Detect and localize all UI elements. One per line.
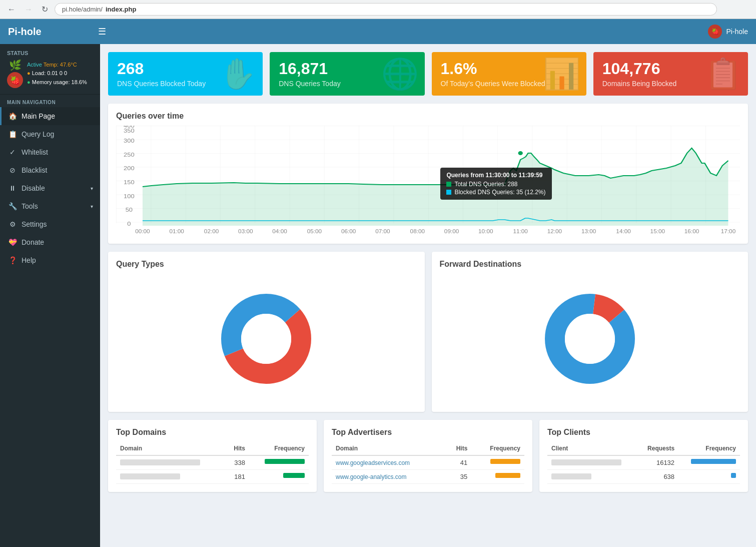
svg-text:09:00: 09:00: [444, 229, 459, 234]
status-info: 🌿 🍓 Active Temp: 47.6°C ● Load: 0.01 0 0…: [7, 59, 93, 88]
sidebar-item-blacklist[interactable]: ⊘ Blacklist: [0, 161, 100, 179]
sidebar-item-query-log[interactable]: 📋 Query Log: [0, 125, 100, 143]
stat-card-content-queries: 16,871 DNS Queries Today: [279, 60, 340, 88]
sidebar-item-label: Tools: [22, 202, 38, 210]
main-content: 268 DNS Queries Blocked Today ✋ 16,871 D…: [100, 44, 756, 547]
table-row: 16132: [547, 455, 740, 470]
sidebar-item-label: Disable: [22, 184, 45, 192]
donate-icon: 💝: [9, 238, 17, 246]
svg-text:300: 300: [124, 138, 135, 144]
svg-text:14:00: 14:00: [616, 229, 630, 234]
tools-icon: 🔧: [9, 202, 17, 210]
forward-button[interactable]: →: [22, 4, 35, 15]
hits-cell: 181: [225, 470, 249, 484]
tables-row: Top Domains Domain Hits Frequency: [108, 420, 748, 492]
check-icon: ✓: [9, 148, 17, 156]
tooltip-blocked: Blocked DNS Queries: 35 (12.2%): [446, 189, 545, 196]
client-freq-cell: [678, 455, 740, 470]
svg-point-32: [241, 314, 291, 364]
svg-text:04:00: 04:00: [272, 229, 287, 234]
domains-label: Domains Being Blocked: [602, 80, 677, 88]
adv-domain-link[interactable]: www.google-analytics.com: [336, 473, 406, 480]
svg-text:100: 100: [124, 193, 135, 200]
adv-freq-cell: [471, 455, 524, 470]
queries-over-time-section: Queries over time Queries from 11:30:00 …: [108, 104, 748, 244]
svg-text:02:00: 02:00: [204, 229, 219, 234]
stat-card-percent: 1.6% Of Today's Queries Were Blocked 📊: [432, 52, 586, 96]
svg-text:50: 50: [126, 207, 133, 213]
sidebar-status: Status 🌿 🍓 Active Temp: 47.6°C ● Load: 0…: [0, 44, 100, 95]
help-icon: ❓: [9, 256, 17, 264]
chevron-down-icon-tools: ▾: [91, 204, 93, 209]
tooltip-blocked-text: Blocked DNS Queries: 35 (12.2%): [454, 189, 545, 196]
client-col-header: Client: [547, 442, 638, 455]
blocked-label: DNS Queries Blocked Today: [117, 80, 206, 88]
back-button[interactable]: ←: [5, 4, 18, 15]
status-load: Load: 0.01 0 0: [32, 70, 67, 76]
table-row: 638: [547, 470, 740, 484]
adv-domain-col-header: Domain: [332, 442, 445, 455]
client-cell: [547, 470, 638, 484]
query-types-chart: [116, 274, 417, 404]
chart-tooltip: Queries from 11:30:00 to 11:39:59 Total …: [440, 168, 551, 200]
top-domains-title: Top Domains: [116, 428, 309, 437]
table-row: 338: [116, 455, 309, 470]
status-temp: Temp: 47.6°C: [44, 62, 77, 68]
table-row: www.googleadservices.com 41: [332, 455, 524, 470]
hand-icon: ✋: [219, 56, 257, 92]
sidebar-item-whitelist[interactable]: ✓ Whitelist: [0, 143, 100, 161]
adv-hits-cell: 35: [445, 470, 471, 484]
chart-container: Queries from 11:30:00 to 11:39:59 Total …: [116, 126, 740, 236]
list-icon-2: 📋: [704, 56, 742, 92]
freq-bar: [265, 459, 305, 464]
sidebar-item-label: Donate: [22, 238, 44, 246]
stat-card-blocked: 268 DNS Queries Blocked Today ✋: [108, 52, 263, 96]
top-clients-table: Client Requests Frequency 16132: [547, 442, 740, 484]
pause-icon: ⏸: [9, 184, 17, 192]
sidebar-item-label: Query Log: [22, 130, 54, 138]
freq-bar: [490, 459, 520, 464]
sidebar-item-main-page[interactable]: 🏠 Main Page: [0, 107, 100, 125]
browser-chrome: ← → ↻ pi.hole/admin/index.php: [0, 0, 756, 19]
svg-text:03:00: 03:00: [238, 229, 253, 234]
client-cell: [547, 455, 638, 470]
sidebar-item-donate[interactable]: 💝 Donate: [0, 233, 100, 251]
queries-label: DNS Queries Today: [279, 80, 340, 88]
table-row: 181: [116, 470, 309, 484]
frequency-col-header: Frequency: [249, 442, 309, 455]
forward-destinations-svg: [540, 289, 640, 389]
forward-destinations-chart: [440, 274, 740, 404]
client-frequency-col-header: Frequency: [678, 442, 740, 455]
tooltip-total: Total DNS Queries: 288: [446, 181, 545, 188]
memory-icon: ●: [27, 79, 31, 85]
total-dot: [446, 182, 451, 187]
home-icon: 🏠: [9, 112, 17, 120]
chart-title: Queries over time: [116, 112, 740, 121]
tooltip-title: Queries from 11:30:00 to 11:39:59: [446, 172, 545, 179]
svg-text:15:00: 15:00: [650, 229, 665, 234]
adv-domain-link[interactable]: www.googleadservices.com: [336, 459, 410, 466]
sidebar-item-help[interactable]: ❓ Help: [0, 251, 100, 269]
sidebar-item-disable[interactable]: ⏸ Disable ▾: [0, 179, 100, 197]
address-bar[interactable]: pi.hole/admin/index.php: [55, 3, 717, 16]
leaf-icon: 🌿: [9, 59, 22, 71]
top-advertisers-section: Top Advertisers Domain Hits Frequency ww…: [324, 420, 532, 492]
sidebar-item-tools[interactable]: 🔧 Tools ▾: [0, 197, 100, 215]
stat-card-content-blocked: 268 DNS Queries Blocked Today: [117, 60, 206, 88]
menu-toggle[interactable]: ☰: [98, 26, 106, 37]
main-inner: 268 DNS Queries Blocked Today ✋ 16,871 D…: [100, 44, 756, 500]
percent-value: 1.6%: [441, 60, 545, 78]
reload-button[interactable]: ↻: [39, 4, 51, 15]
domains-value: 104,776: [602, 60, 677, 78]
sidebar-item-settings[interactable]: ⚙ Settings: [0, 215, 100, 233]
svg-text:12:00: 12:00: [547, 229, 562, 234]
chart-svg: 0 50 100 150 200 250 300 350 400 00:00 0…: [116, 126, 740, 236]
blocked-dot: [446, 190, 451, 195]
topnav: Pi-hole ☰ 🍓 Pi-hole: [0, 19, 756, 44]
client-freq-cell: [678, 470, 740, 484]
sidebar-item-label: Help: [22, 256, 36, 264]
svg-text:0: 0: [127, 221, 131, 227]
blurred-domain: [120, 459, 200, 465]
freq-bar: [691, 459, 736, 464]
svg-text:08:00: 08:00: [410, 229, 425, 234]
